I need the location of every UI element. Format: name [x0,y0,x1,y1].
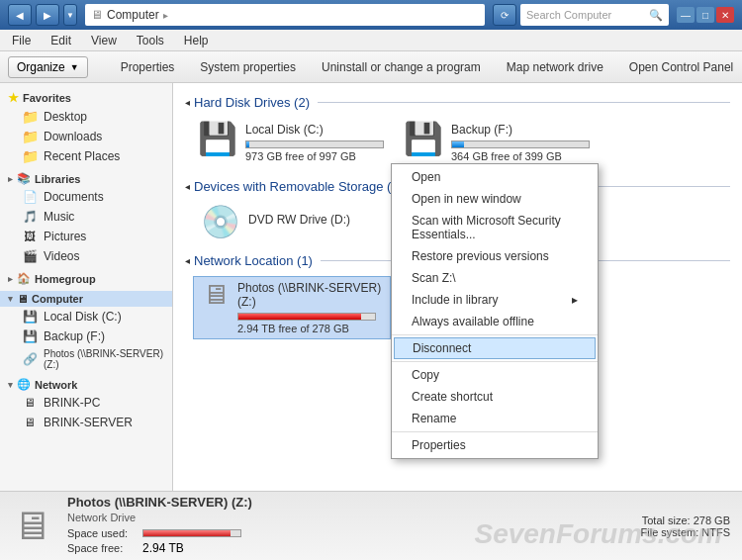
favorites-section: ★ Favorites 📁 Desktop 📁 Downloads 📁 Rece… [0,89,172,166]
sidebar: ★ Favorites 📁 Desktop 📁 Downloads 📁 Rece… [0,83,173,491]
network-collapse-arrow[interactable]: ◂ [185,255,190,266]
toolbar: Organize ▼ Properties System properties … [0,51,742,83]
libraries-header[interactable]: ▸ 📚 Libraries [0,170,172,187]
status-right-info: Total size: 278 GB File system: NTFS [641,514,730,538]
organize-button[interactable]: Organize ▼ [8,56,88,78]
hdd-divider [318,102,730,103]
forward-button[interactable]: ▶ [36,4,59,26]
ctx-copy[interactable]: Copy [392,364,598,386]
network-label: Network [35,379,77,391]
drive-f-name: Backup (F:) [451,123,592,137]
removable-section-title: Devices with Removable Storage (1) [194,179,403,194]
status-free-label: Space free: [67,542,137,554]
network-drive-item[interactable]: 🖥 Photos (\\BRINK-SERVER) (Z:) 2.94 TB f… [193,276,391,339]
control-panel-button[interactable]: Open Control Panel [620,56,742,78]
menu-edit[interactable]: Edit [46,32,75,49]
sidebar-item-videos[interactable]: 🎬 Videos [0,246,172,266]
dvd-item[interactable]: 💿 DVD RW Drive (D:) [193,202,391,241]
sidebar-item-f[interactable]: 💾 Backup (F:) [0,327,172,346]
close-button[interactable]: ✕ [716,7,734,23]
menu-tools[interactable]: Tools [133,32,168,49]
refresh-button[interactable]: ⟳ [493,4,516,26]
ctx-open-new-window[interactable]: Open in new window [392,188,598,210]
uninstall-button[interactable]: Uninstall or change a program [313,56,490,78]
status-filesystem: File system: NTFS [641,526,730,538]
drive-c-free: 973 GB free of 997 GB [245,150,386,162]
sidebar-item-brink-pc[interactable]: 🖥 BRINK-PC [0,393,172,413]
sidebar-item-desktop[interactable]: 📁 Desktop [0,107,172,127]
menu-bar: File Edit View Tools Help [0,30,742,51]
sidebar-item-pictures[interactable]: 🖼 Pictures [0,227,172,246]
ctx-scan-security[interactable]: Scan with Microsoft Security Essentials.… [392,210,598,245]
ctx-rename[interactable]: Rename [392,408,598,429]
ctx-properties[interactable]: Properties [392,434,598,456]
music-icon: 🎵 [22,209,38,225]
sidebar-label-c: Local Disk (C:) [44,310,122,324]
recent-button[interactable]: ▼ [63,4,77,26]
status-bar: 🖥 Photos (\\BRINK-SERVER) (Z:) Network D… [0,491,742,560]
network-arrow: ▾ [8,380,13,390]
sidebar-item-brink-server[interactable]: 🖥 BRINK-SERVER [0,413,172,432]
ctx-include-library[interactable]: Include in library ▸ [392,289,598,311]
ctx-include-library-label: Include in library [412,293,498,307]
menu-file[interactable]: File [8,32,35,49]
ctx-submenu-arrow: ▸ [572,293,578,307]
sidebar-item-c[interactable]: 💾 Local Disk (C:) [0,307,172,327]
sidebar-item-documents[interactable]: 📄 Documents [0,187,172,207]
minimize-button[interactable]: — [677,7,695,23]
ctx-disconnect[interactable]: Disconnect [394,337,596,359]
homegroup-icon: 🏠 [17,272,31,285]
sidebar-item-downloads[interactable]: 📁 Downloads [0,127,172,146]
status-drive-type: Network Drive [67,512,625,523]
network-header[interactable]: ▾ 🌐 Network [0,376,172,393]
ctx-separator-2 [392,361,598,362]
removable-collapse-arrow[interactable]: ◂ [185,181,190,192]
libraries-section: ▸ 📚 Libraries 📄 Documents 🎵 Music 🖼 Pict… [0,170,172,266]
sidebar-item-music[interactable]: 🎵 Music [0,207,172,227]
sidebar-label-brink-pc: BRINK-PC [44,396,100,410]
network-drive-large-icon: 🖥 [202,281,230,309]
network-icon: 🌐 [17,378,31,391]
network-drive-info: Photos (\\BRINK-SERVER) (Z:) 2.94 TB fre… [237,281,386,334]
libraries-label: Libraries [35,173,80,185]
ctx-create-shortcut[interactable]: Create shortcut [392,386,598,408]
hdd-collapse-arrow[interactable]: ◂ [185,97,190,108]
ctx-restore-versions[interactable]: Restore previous versions [392,245,598,267]
search-icon: 🔍 [649,9,663,22]
computer-header[interactable]: ▾ 🖥 Computer [0,291,172,307]
network-drive-free: 2.94 TB free of 278 GB [237,323,386,334]
back-button[interactable]: ◀ [8,4,32,26]
favorites-header[interactable]: ★ Favorites [0,89,172,107]
homegroup-arrow: ▸ [8,274,13,284]
drive-z-icon: 🔗 [22,351,38,367]
sidebar-item-recent[interactable]: 📁 Recent Places [0,146,172,166]
dvd-name: DVD RW Drive (D:) [248,213,387,227]
dvd-large-icon: 💿 [201,206,240,237]
drive-c-item[interactable]: 💾 Local Disk (C:) 973 GB free of 997 GB [193,118,391,167]
drive-f-large-icon: 💾 [404,123,443,154]
menu-view[interactable]: View [87,32,121,49]
drive-c-icon: 💾 [22,309,38,325]
sidebar-label-recent: Recent Places [44,149,120,163]
system-properties-button[interactable]: System properties [191,56,305,78]
homegroup-header[interactable]: ▸ 🏠 Homegroup [0,270,172,287]
maximize-button[interactable]: □ [696,7,714,23]
drive-c-name: Local Disk (C:) [245,123,386,137]
network-drive-name: Photos (\\BRINK-SERVER) (Z:) [237,281,386,309]
drive-f-item[interactable]: 💾 Backup (F:) 364 GB free of 399 GB [399,118,597,167]
status-used-bar-fill [143,530,231,536]
status-free-val: 2.94 TB [142,541,184,555]
properties-button[interactable]: Properties [112,56,184,78]
menu-help[interactable]: Help [180,32,213,49]
map-network-button[interactable]: Map network drive [498,56,612,78]
address-bar[interactable]: 🖥 Computer ▸ [85,4,485,26]
drive-f-info: Backup (F:) 364 GB free of 399 GB [451,123,592,162]
sidebar-item-z[interactable]: 🔗 Photos (\\BRINK-SERVER) (Z:) [0,346,172,372]
ctx-separator-1 [392,334,598,335]
address-text: Computer [107,8,159,22]
search-box[interactable]: Search Computer 🔍 [520,4,669,26]
ctx-scan-z[interactable]: Scan Z:\ [392,267,598,289]
ctx-always-offline[interactable]: Always available offline [392,311,598,332]
computer-arrow: ▾ [8,294,13,304]
ctx-open[interactable]: Open [392,166,598,188]
